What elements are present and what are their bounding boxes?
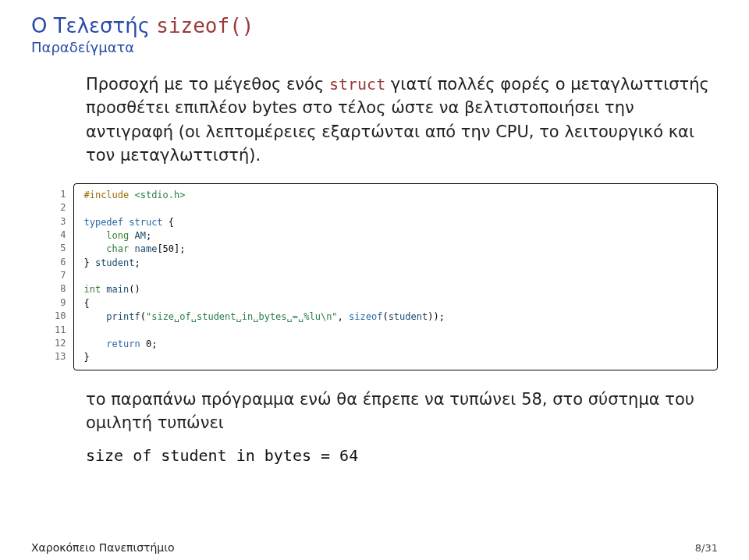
tok-printf: printf <box>106 311 140 322</box>
tok-sc-4: ; <box>146 230 151 241</box>
tok-include-file: <stdio.h> <box>129 190 185 200</box>
slide-title: Ο Τελεστής sizeof() <box>31 14 718 37</box>
slide-page: Ο Τελεστής sizeof() Παραδείγματα Προσοχή… <box>0 0 749 560</box>
footer: Χαροκόπειο Πανεπιστήμιο 8/31 <box>31 541 718 554</box>
code-block: 1 2 3 4 5 6 7 8 9 10 11 12 13 #include <… <box>55 183 718 370</box>
tok-include: #include <box>83 190 129 200</box>
tok-zero: 0; <box>140 338 158 349</box>
tok-return: return <box>106 338 140 349</box>
tok-sizeof: sizeof <box>349 311 382 322</box>
tok-paren-open-10: ( <box>140 311 146 322</box>
tok-typedef-struct: typedef struct <box>83 217 162 228</box>
tok-student-arg: student <box>389 311 428 322</box>
tok-paren-open-10b: ( <box>382 311 388 322</box>
tok-paren-close-10: )); <box>428 311 445 322</box>
code-listing: #include <stdio.h> typedef struct { long… <box>73 183 718 370</box>
title-prefix: Ο Τελεστής <box>31 14 150 37</box>
output-tt: size of student in bytes = 64 <box>86 446 718 465</box>
tok-student-type: student <box>95 257 135 268</box>
tok-name-dim: [50]; <box>157 243 185 254</box>
tok-indent-10 <box>83 311 106 322</box>
slide-subtitle: Παραδείγματα <box>31 39 718 55</box>
tok-brace-close-2: } <box>83 352 89 363</box>
tok-indent-5 <box>83 243 106 254</box>
footer-institution: Χαροκόπειο Πανεπιστήμιο <box>31 541 175 554</box>
tok-sc-6: ; <box>134 257 140 268</box>
tok-char: char <box>106 243 129 254</box>
tok-fmt-string: "size␣of␣student␣in␣bytes␣=␣%lu\n" <box>146 311 338 322</box>
struct-keyword: struct <box>329 75 385 94</box>
para1-seg1: Προσοχή με το μέγεθος ενός <box>86 75 329 94</box>
tok-indent-12 <box>83 338 106 349</box>
tok-brace-close-1: } <box>83 257 94 268</box>
tok-comma-10: , <box>338 311 349 322</box>
tok-brace-open-2: { <box>83 298 89 309</box>
code-line-numbers: 1 2 3 4 5 6 7 8 9 10 11 12 13 <box>55 183 73 370</box>
paragraph-result: το παραπάνω πρόγραμμα ενώ θα έπρεπε να τ… <box>86 388 718 435</box>
tok-name: name <box>129 243 157 254</box>
tok-brace-open-1: { <box>163 217 174 228</box>
tok-am: AM <box>129 230 146 241</box>
tok-int: int <box>83 284 101 295</box>
footer-page-number: 8/31 <box>695 542 718 554</box>
tok-main-parens: () <box>129 284 140 295</box>
paragraph-intro: Προσοχή με το μέγεθος ενός struct γιατί … <box>86 73 718 168</box>
tok-long: long <box>106 230 129 241</box>
tok-indent-4 <box>83 230 106 241</box>
title-operator-tt: sizeof() <box>156 14 254 37</box>
tok-main: main <box>101 284 129 295</box>
